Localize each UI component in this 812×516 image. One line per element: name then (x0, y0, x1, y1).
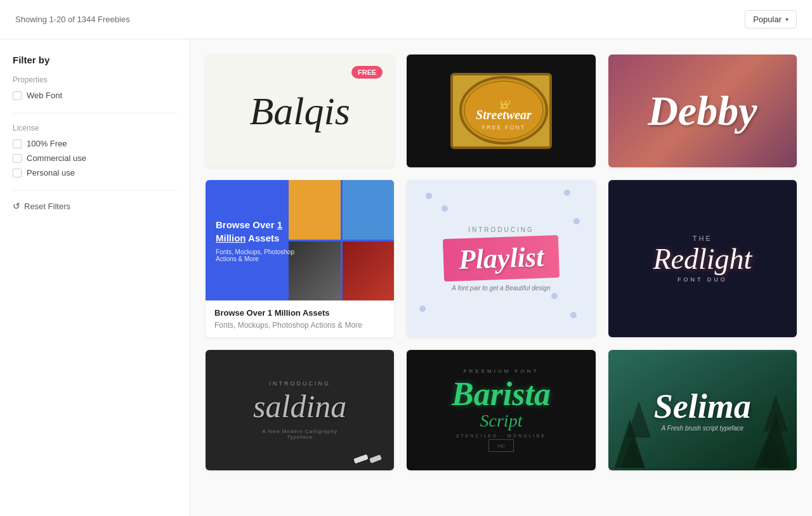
dot (442, 205, 448, 212)
streetwear-svg: 👑 Streetwear FREE FONT (453, 72, 554, 148)
filter-section-license: License 100% Free Commercial use Persona… (13, 124, 177, 177)
card-debby-image: Debby (608, 55, 797, 167)
filter-section-properties: Properties Web Font (13, 75, 177, 100)
saldina-preview-text: saldina (253, 390, 346, 422)
card-promo-image: Browse Over 1 Million Assets Fonts, Mock… (206, 180, 394, 300)
filter-commercial[interactable]: Commercial use (13, 153, 177, 163)
card-saldina-image: INTRODUCING saldina A New Modern Calligr… (206, 350, 394, 470)
dot (426, 193, 432, 199)
playlist-sub: A font pair to get a Beautiful design (452, 285, 550, 292)
barista-logo: HD (488, 439, 514, 452)
dot (570, 312, 577, 318)
card-streetwear-image: 👑 Streetwear FREE FONT (407, 55, 595, 167)
sidebar: Filter by Properties Web Font License 10… (0, 39, 190, 516)
selima-text-block: Selima A Fresh brush script typeface (654, 389, 751, 432)
chevron-down-icon: ▾ (785, 16, 789, 23)
properties-label: Properties (13, 75, 177, 84)
saldina-chalk (354, 456, 381, 461)
debby-preview-text: Debby (648, 87, 757, 135)
card-promo-info: Browse Over 1 Million Assets Fonts, Mock… (206, 300, 394, 337)
redlight-font-duo: FONT DUO (653, 276, 752, 283)
balqis-preview-text: Balqis (249, 91, 350, 131)
showing-count: Showing 1-20 of 1344 Freebies (15, 15, 130, 24)
barista-freemium: FREEMIUM FONT (464, 368, 539, 374)
playlist-preview-text: Playlist (458, 241, 544, 275)
license-label: License (13, 124, 177, 132)
card-saldina[interactable]: INTRODUCING saldina A New Modern Calligr… (206, 350, 394, 470)
reset-filters-button[interactable]: ↺ Reset Filters (13, 201, 70, 211)
main-layout: Filter by Properties Web Font License 10… (0, 39, 812, 516)
saldina-intro: INTRODUCING (269, 380, 331, 387)
card-debby[interactable]: Debby Debby Free Font Fonts (608, 55, 797, 167)
filter-personal[interactable]: Personal use (13, 168, 177, 177)
web-font-checkbox[interactable] (13, 91, 22, 100)
card-redlight-image: THE Redlight FONT DUO (608, 180, 797, 337)
filter-100-free[interactable]: 100% Free (13, 139, 177, 148)
personal-checkbox[interactable] (13, 169, 22, 177)
card-redlight[interactable]: THE Redlight FONT DUO Redlight Script Fr… (608, 180, 797, 337)
promo-subtitle: Fonts, Mockups, Photoshop Actions & More (216, 248, 299, 262)
redlight-the: THE (653, 235, 752, 242)
redlight-text-container: THE Redlight FONT DUO (653, 235, 752, 283)
100-free-checkbox[interactable] (13, 139, 22, 148)
card-promo-subtitle-text: Fonts, Mockups, Photoshop Actions & More (214, 321, 385, 330)
barista-script-text: Script (480, 412, 523, 430)
card-balqis[interactable]: FREE Balqis Balqis Free Font Fonts (206, 55, 394, 167)
dot (564, 190, 570, 196)
free-badge: FREE (351, 66, 383, 79)
promo-million-link: 1 Million (216, 219, 282, 243)
selima-preview-text: Selima (654, 389, 751, 423)
card-streetwear[interactable]: 👑 Streetwear FREE FONT Streetwear Free F… (407, 55, 595, 167)
sort-label: Popular (753, 15, 782, 24)
promo-text-area: Browse Over 1 Million Assets Fonts, Mock… (216, 218, 299, 262)
card-balqis-image: FREE Balqis (206, 55, 394, 167)
card-selima[interactable]: Free Josh Creative (608, 350, 797, 470)
svg-text:FREE FONT: FREE FONT (481, 124, 525, 131)
personal-label[interactable]: Personal use (27, 168, 75, 177)
promo-photo-grid (289, 180, 395, 300)
card-promo-title: Browse Over 1 Million Assets (214, 308, 385, 318)
card-promo[interactable]: Browse Over 1 Million Assets Fonts, Mock… (206, 180, 394, 337)
divider-1 (13, 113, 177, 113)
saldina-sub: A New Modern Calligraphy Typeface (249, 429, 351, 440)
selima-sub: A Fresh brush script typeface (654, 425, 751, 432)
playlist-intro: INTRODUCING (468, 226, 534, 233)
commercial-checkbox[interactable] (13, 154, 22, 163)
commercial-label[interactable]: Commercial use (27, 153, 86, 163)
card-selima-image: Free Josh Creative (608, 350, 797, 470)
sort-dropdown[interactable]: Popular ▾ (745, 10, 797, 29)
cards-grid: FREE Balqis Balqis Free Font Fonts (206, 55, 797, 470)
dot (551, 293, 558, 299)
web-font-label[interactable]: Web Font (27, 91, 62, 100)
sidebar-title: Filter by (13, 55, 177, 65)
100-free-label[interactable]: 100% Free (27, 139, 67, 148)
promo-subtitle-label: Fonts, Mockups, Photoshop Actions & More (214, 321, 362, 330)
top-bar: Showing 1-20 of 1344 Freebies Popular ▾ (0, 0, 812, 39)
dot (573, 218, 580, 224)
reset-icon: ↺ (13, 201, 20, 211)
playlist-brush: Playlist (443, 235, 560, 281)
filter-web-font[interactable]: Web Font (13, 91, 177, 100)
barista-preview-text: Barista (452, 378, 551, 411)
card-playlist[interactable]: INTRODUCING Playlist A font pair to get … (407, 180, 595, 337)
reset-filters-label: Reset Filters (24, 202, 70, 211)
card-barista[interactable]: FREEMIUM FONT Barista Script STENCILED ·… (407, 350, 595, 470)
svg-text:Streetwear: Streetwear (476, 108, 532, 122)
streetwear-badge: 👑 Streetwear FREE FONT (450, 73, 552, 149)
barista-stenciled: STENCILED · MONOLINE (456, 434, 546, 438)
dot (419, 306, 426, 312)
divider-2 (13, 190, 177, 191)
card-playlist-image: INTRODUCING Playlist A font pair to get … (407, 180, 595, 337)
redlight-preview-text: Redlight (653, 245, 752, 274)
main-content: FREE Balqis Balqis Free Font Fonts (190, 39, 812, 516)
card-barista-image: FREEMIUM FONT Barista Script STENCILED ·… (407, 350, 595, 470)
promo-browse-text: Browse Over 1 Million Assets (216, 218, 299, 245)
